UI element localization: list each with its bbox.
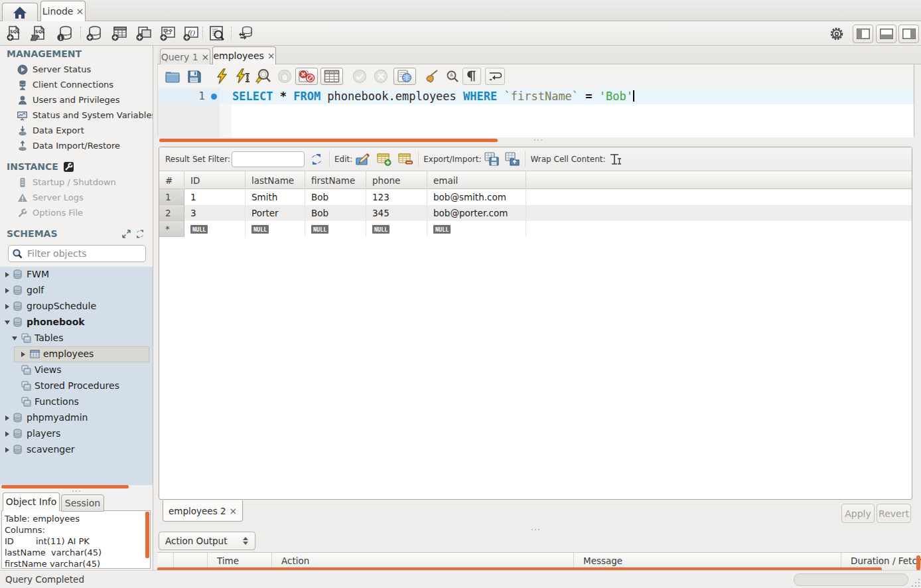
create-table-icon[interactable]: [110, 25, 128, 42]
open-sql-file-icon[interactable]: [164, 68, 181, 85]
insert-row-icon[interactable]: [376, 151, 392, 167]
reconnect-db-icon[interactable]: [236, 25, 254, 42]
save-icon[interactable]: [185, 68, 202, 85]
sidebar-item-data-export[interactable]: Data Export: [0, 123, 153, 138]
output-column-icon0[interactable]: [157, 553, 174, 569]
tree-node-fwm[interactable]: FWM: [0, 267, 153, 283]
close-icon[interactable]: ×: [230, 506, 238, 516]
expand-arrow-icon[interactable]: [4, 431, 11, 437]
toggle-left-panel-button[interactable]: [853, 25, 873, 43]
column-header-firstName[interactable]: firstName: [305, 171, 366, 189]
schema-inspector-icon[interactable]: i: [56, 25, 74, 42]
grid-cell[interactable]: 3: [184, 205, 246, 221]
tree-node-phonebook[interactable]: phonebook: [0, 315, 153, 331]
sidebar-item-startup-shutdown[interactable]: Startup / Shutdown: [0, 175, 153, 190]
sidebar-item-server-status[interactable]: Server Status: [0, 62, 153, 77]
toggle-stop-on-error-icon[interactable]: [295, 68, 318, 85]
tab-result-employees-2[interactable]: employees 2×: [163, 500, 243, 522]
export-results-icon[interactable]: [484, 151, 500, 167]
tree-node-groupschedule[interactable]: groupSchedule: [0, 299, 153, 315]
expand-arrow-icon[interactable]: [4, 287, 11, 294]
collapse-arrow-icon[interactable]: [4, 319, 11, 326]
grid-cell[interactable]: NULL: [427, 221, 526, 237]
row-header[interactable]: *: [159, 221, 184, 237]
grid-cell[interactable]: Bob: [305, 205, 366, 221]
create-view-icon[interactable]: [135, 25, 153, 42]
tab-object-info[interactable]: Object Info: [3, 492, 60, 511]
revert-button[interactable]: Revert: [877, 504, 911, 523]
expand-arrow-icon[interactable]: [4, 271, 11, 278]
grid-cell[interactable]: 123: [366, 189, 427, 205]
edit-record-icon[interactable]: [355, 151, 371, 167]
create-function-icon[interactable]: f(): [182, 25, 200, 42]
row-header[interactable]: 2: [159, 205, 184, 221]
tree-node-tables[interactable]: Tables: [0, 331, 153, 346]
refresh-schemas-icon[interactable]: [135, 230, 145, 238]
expand-arrow-icon[interactable]: [4, 415, 11, 421]
execute-current-statement-icon[interactable]: [234, 68, 251, 85]
row-header[interactable]: 1: [159, 189, 184, 205]
resize-grip[interactable]: [910, 577, 920, 587]
grid-cell[interactable]: NULL: [184, 221, 246, 237]
refresh-results-icon[interactable]: [309, 151, 324, 167]
search-data-icon[interactable]: [208, 25, 226, 42]
grid-cell[interactable]: bob@smith.com: [427, 189, 526, 205]
toggle-wrap-icon[interactable]: [485, 68, 505, 85]
grid-cell[interactable]: Bob: [305, 189, 366, 205]
column-header-lastName[interactable]: lastName: [246, 171, 305, 189]
limit-rows-icon[interactable]: [320, 68, 343, 85]
tree-node-stored-procedures[interactable]: Stored Procedures: [0, 378, 153, 394]
sidebar-item-system-variables[interactable]: Status and System Variables: [0, 108, 153, 123]
tree-node-functions[interactable]: Functions: [0, 394, 153, 410]
sql-editor[interactable]: 1 SELECT * FROM phonebook.employees WHER…: [158, 88, 914, 137]
connection-tab-linode[interactable]: Linode ×: [40, 1, 86, 21]
delete-row-icon[interactable]: [397, 151, 413, 167]
create-schema-icon[interactable]: [85, 25, 103, 42]
sidebar-item-users-privileges[interactable]: Users and Privileges: [0, 92, 153, 108]
grid-cell[interactable]: Smith: [246, 189, 305, 205]
object-info-scrollbar[interactable]: [145, 512, 149, 558]
output-column-duration-fetch[interactable]: Duration / Fetch: [841, 553, 921, 569]
toggle-bottom-panel-button[interactable]: [876, 25, 896, 43]
action-output-select[interactable]: Action Output: [159, 532, 255, 550]
open-sql-script-icon[interactable]: SQL: [30, 25, 48, 42]
expand-schemas-icon[interactable]: [122, 230, 131, 238]
column-header-num[interactable]: #: [159, 171, 184, 189]
execute-query-icon[interactable]: [214, 68, 231, 85]
create-procedure-icon[interactable]: [159, 25, 177, 42]
sidebar-item-options-file[interactable]: Options File: [0, 205, 153, 220]
expand-arrow-icon[interactable]: [4, 303, 11, 310]
editor-horizontal-scrollbar[interactable]: [159, 139, 498, 142]
new-sql-tab-icon[interactable]: SQL: [5, 25, 23, 42]
column-header-email[interactable]: email: [427, 171, 526, 189]
column-header-phone[interactable]: phone: [366, 171, 427, 189]
grid-cell[interactable]: NULL: [246, 221, 305, 237]
import-records-icon[interactable]: [504, 151, 520, 167]
apply-button[interactable]: Apply: [841, 504, 875, 523]
wrap-cell-content-icon[interactable]: [608, 151, 624, 167]
output-column-time[interactable]: Time: [208, 553, 272, 569]
tree-node-scavenger[interactable]: scavenger: [0, 442, 153, 458]
toggle-right-panel-button[interactable]: [898, 25, 919, 43]
tab-session[interactable]: Session: [61, 494, 104, 512]
close-icon[interactable]: ×: [76, 7, 84, 16]
output-column-icon1[interactable]: [174, 553, 208, 569]
expand-arrow-icon[interactable]: [20, 351, 27, 358]
output-column-message[interactable]: Message: [574, 553, 841, 569]
show-invisibles-icon[interactable]: [462, 68, 481, 85]
grid-cell[interactable]: 1: [184, 189, 246, 205]
grid-cell[interactable]: NULL: [305, 221, 366, 237]
home-tab[interactable]: [2, 3, 38, 21]
collapse-arrow-icon[interactable]: [11, 335, 18, 342]
sidebar-item-server-logs[interactable]: Server Logs: [0, 190, 153, 205]
sidebar-item-data-import[interactable]: Data Import/Restore: [0, 138, 153, 153]
tab-employees[interactable]: employees×: [212, 46, 276, 64]
editor-result-splitter[interactable]: [528, 137, 548, 141]
tree-node-players[interactable]: players: [0, 426, 153, 442]
toggle-autocommit-icon[interactable]: [393, 68, 416, 85]
grid-cell[interactable]: Porter: [246, 205, 305, 221]
find-icon[interactable]: [444, 68, 461, 85]
tree-node-views[interactable]: Views: [0, 362, 153, 378]
expand-arrow-icon[interactable]: [4, 447, 11, 453]
explain-plan-icon[interactable]: [254, 68, 271, 85]
